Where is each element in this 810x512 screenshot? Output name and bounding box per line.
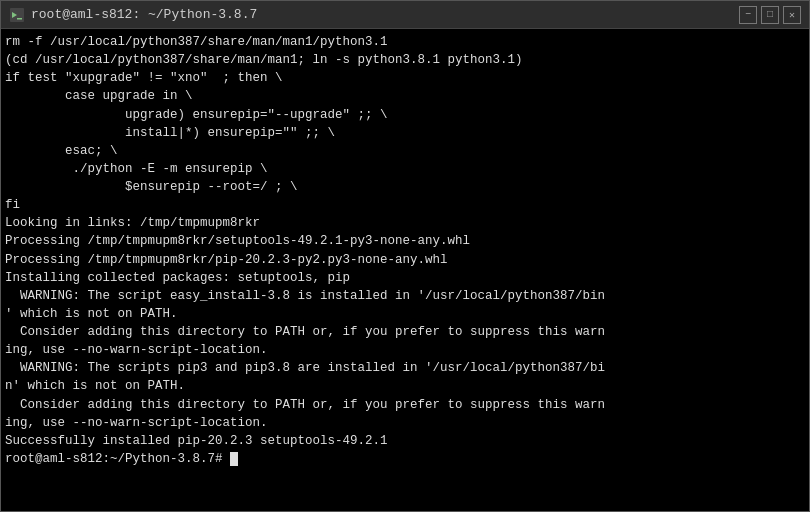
minimize-button[interactable]: − xyxy=(739,6,757,24)
svg-rect-2 xyxy=(17,18,22,20)
terminal-line: Consider adding this directory to PATH o… xyxy=(5,323,805,341)
terminal-line: Consider adding this directory to PATH o… xyxy=(5,396,805,414)
terminal-line: Successfully installed pip-20.2.3 setupt… xyxy=(5,432,805,450)
terminal-line: fi xyxy=(5,196,805,214)
terminal-line: install|*) ensurepip="" ;; \ xyxy=(5,124,805,142)
terminal-line: Installing collected packages: setuptool… xyxy=(5,269,805,287)
terminal-cursor xyxy=(230,452,238,466)
terminal-line: n' which is not on PATH. xyxy=(5,377,805,395)
terminal-line: root@aml-s812:~/Python-3.8.7# xyxy=(5,450,805,468)
terminal-line: upgrade) ensurepip="--upgrade" ;; \ xyxy=(5,106,805,124)
terminal-line: Processing /tmp/tmpmupm8rkr/pip-20.2.3-p… xyxy=(5,251,805,269)
window-title: root@aml-s812: ~/Python-3.8.7 xyxy=(31,7,801,22)
terminal-line: case upgrade in \ xyxy=(5,87,805,105)
terminal-line: ing, use --no-warn-script-location. xyxy=(5,414,805,432)
terminal-line: ing, use --no-warn-script-location. xyxy=(5,341,805,359)
terminal-line: rm -f /usr/local/python387/share/man/man… xyxy=(5,33,805,51)
terminal-line: if test "xupgrade" != "xno" ; then \ xyxy=(5,69,805,87)
terminal-line: (cd /usr/local/python387/share/man/man1;… xyxy=(5,51,805,69)
terminal-line: $ensurepip --root=/ ; \ xyxy=(5,178,805,196)
terminal-line: WARNING: The scripts pip3 and pip3.8 are… xyxy=(5,359,805,377)
terminal-line: Looking in links: /tmp/tmpmupm8rkr xyxy=(5,214,805,232)
terminal-body[interactable]: rm -f /usr/local/python387/share/man/man… xyxy=(1,29,809,511)
close-button[interactable]: ✕ xyxy=(783,6,801,24)
terminal-window: root@aml-s812: ~/Python-3.8.7 − □ ✕ rm -… xyxy=(0,0,810,512)
terminal-line: ./python -E -m ensurepip \ xyxy=(5,160,805,178)
terminal-icon xyxy=(9,7,25,23)
maximize-button[interactable]: □ xyxy=(761,6,779,24)
terminal-line: ' which is not on PATH. xyxy=(5,305,805,323)
window-controls: − □ ✕ xyxy=(739,6,801,24)
terminal-line: Processing /tmp/tmpmupm8rkr/setuptools-4… xyxy=(5,232,805,250)
title-bar: root@aml-s812: ~/Python-3.8.7 − □ ✕ xyxy=(1,1,809,29)
terminal-line: esac; \ xyxy=(5,142,805,160)
terminal-line: WARNING: The script easy_install-3.8 is … xyxy=(5,287,805,305)
